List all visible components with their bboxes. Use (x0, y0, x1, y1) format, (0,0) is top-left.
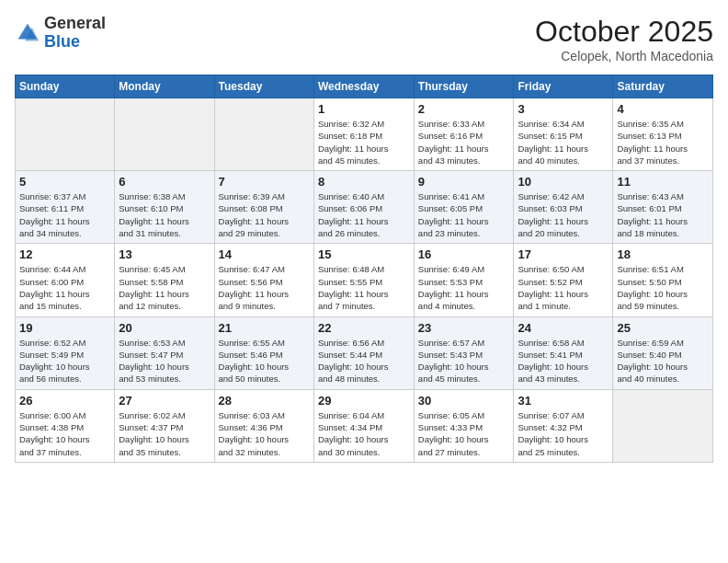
week-row-5: 26Sunrise: 6:00 AM Sunset: 4:38 PM Dayli… (16, 389, 713, 462)
day-info: Sunrise: 6:45 AM Sunset: 5:58 PM Dayligh… (119, 263, 210, 312)
day-number: 20 (119, 321, 210, 335)
calendar-cell: 26Sunrise: 6:00 AM Sunset: 4:38 PM Dayli… (16, 389, 115, 462)
day-number: 19 (19, 321, 110, 335)
calendar-cell: 16Sunrise: 6:49 AM Sunset: 5:53 PM Dayli… (414, 244, 514, 316)
day-info: Sunrise: 6:40 AM Sunset: 6:06 PM Dayligh… (318, 190, 410, 239)
day-info: Sunrise: 6:55 AM Sunset: 5:46 PM Dayligh… (219, 337, 310, 385)
calendar-cell: 11Sunrise: 6:43 AM Sunset: 6:01 PM Dayli… (613, 171, 713, 244)
day-number: 18 (617, 247, 709, 261)
calendar-cell: 29Sunrise: 6:04 AM Sunset: 4:34 PM Dayli… (313, 389, 414, 462)
day-info: Sunrise: 6:48 AM Sunset: 5:55 PM Dayligh… (318, 263, 410, 312)
day-info: Sunrise: 6:00 AM Sunset: 4:38 PM Dayligh… (19, 409, 110, 458)
day-number: 6 (119, 175, 210, 189)
day-number: 11 (617, 175, 709, 189)
day-number: 23 (418, 321, 510, 335)
day-info: Sunrise: 6:34 AM Sunset: 6:15 PM Dayligh… (518, 118, 609, 167)
day-info: Sunrise: 6:56 AM Sunset: 5:44 PM Dayligh… (318, 337, 410, 385)
day-number: 7 (219, 175, 310, 189)
title-block: October 2025 Celopek, North Macedonia (535, 15, 713, 63)
calendar-cell: 28Sunrise: 6:03 AM Sunset: 4:36 PM Dayli… (214, 389, 313, 462)
day-info: Sunrise: 6:05 AM Sunset: 4:33 PM Dayligh… (418, 409, 510, 458)
calendar-cell: 3Sunrise: 6:34 AM Sunset: 6:15 PM Daylig… (514, 98, 613, 171)
day-number: 30 (418, 394, 510, 408)
day-number: 29 (318, 394, 410, 408)
day-info: Sunrise: 6:43 AM Sunset: 6:01 PM Dayligh… (617, 190, 709, 239)
day-number: 8 (318, 175, 410, 189)
day-info: Sunrise: 6:37 AM Sunset: 6:11 PM Dayligh… (19, 190, 110, 239)
day-info: Sunrise: 6:42 AM Sunset: 6:03 PM Dayligh… (518, 190, 609, 239)
logo-blue-text: Blue (44, 32, 80, 51)
week-row-2: 5Sunrise: 6:37 AM Sunset: 6:11 PM Daylig… (16, 171, 713, 244)
calendar-cell: 23Sunrise: 6:57 AM Sunset: 5:43 PM Dayli… (414, 316, 514, 389)
day-number: 28 (219, 394, 310, 408)
calendar-cell: 4Sunrise: 6:35 AM Sunset: 6:13 PM Daylig… (613, 98, 713, 171)
day-info: Sunrise: 6:57 AM Sunset: 5:43 PM Dayligh… (418, 337, 510, 385)
day-info: Sunrise: 6:51 AM Sunset: 5:50 PM Dayligh… (617, 263, 709, 312)
weekday-header-thursday: Thursday (414, 75, 514, 98)
day-info: Sunrise: 6:02 AM Sunset: 4:37 PM Dayligh… (119, 409, 210, 458)
day-number: 16 (418, 247, 510, 261)
day-info: Sunrise: 6:41 AM Sunset: 6:05 PM Dayligh… (418, 190, 510, 239)
day-number: 22 (318, 321, 410, 335)
logo-icon (15, 20, 40, 46)
calendar-cell: 15Sunrise: 6:48 AM Sunset: 5:55 PM Dayli… (313, 244, 414, 316)
weekday-header-row: SundayMondayTuesdayWednesdayThursdayFrid… (16, 75, 713, 98)
calendar-cell: 21Sunrise: 6:55 AM Sunset: 5:46 PM Dayli… (214, 316, 313, 389)
day-number: 2 (418, 102, 510, 116)
logo-general-text: General (44, 14, 106, 32)
day-number: 3 (518, 102, 609, 116)
month-title: October 2025 (535, 15, 713, 49)
day-number: 13 (119, 247, 210, 261)
week-row-4: 19Sunrise: 6:52 AM Sunset: 5:49 PM Dayli… (16, 316, 713, 389)
day-info: Sunrise: 6:52 AM Sunset: 5:49 PM Dayligh… (19, 337, 110, 385)
week-row-3: 12Sunrise: 6:44 AM Sunset: 6:00 PM Dayli… (16, 244, 713, 316)
calendar-table: SundayMondayTuesdayWednesdayThursdayFrid… (15, 75, 713, 463)
day-number: 12 (19, 247, 110, 261)
day-info: Sunrise: 6:47 AM Sunset: 5:56 PM Dayligh… (219, 263, 310, 312)
day-info: Sunrise: 6:03 AM Sunset: 4:36 PM Dayligh… (219, 409, 310, 458)
day-info: Sunrise: 6:32 AM Sunset: 6:18 PM Dayligh… (318, 118, 410, 167)
calendar-cell: 25Sunrise: 6:59 AM Sunset: 5:40 PM Dayli… (613, 316, 713, 389)
day-number: 21 (219, 321, 310, 335)
calendar-cell: 24Sunrise: 6:58 AM Sunset: 5:41 PM Dayli… (514, 316, 613, 389)
day-info: Sunrise: 6:53 AM Sunset: 5:47 PM Dayligh… (119, 337, 210, 385)
day-number: 10 (518, 175, 609, 189)
calendar-cell: 1Sunrise: 6:32 AM Sunset: 6:18 PM Daylig… (313, 98, 414, 171)
day-number: 31 (518, 394, 609, 408)
day-info: Sunrise: 6:59 AM Sunset: 5:40 PM Dayligh… (617, 337, 709, 385)
day-number: 27 (119, 394, 210, 408)
calendar-cell: 8Sunrise: 6:40 AM Sunset: 6:06 PM Daylig… (313, 171, 414, 244)
day-number: 24 (518, 321, 609, 335)
week-row-1: 1Sunrise: 6:32 AM Sunset: 6:18 PM Daylig… (16, 98, 713, 171)
calendar-cell: 2Sunrise: 6:33 AM Sunset: 6:16 PM Daylig… (414, 98, 514, 171)
weekday-header-sunday: Sunday (16, 75, 115, 98)
logo: General Blue (15, 15, 106, 52)
calendar-cell: 13Sunrise: 6:45 AM Sunset: 5:58 PM Dayli… (115, 244, 214, 316)
calendar-cell (613, 389, 713, 462)
day-info: Sunrise: 6:38 AM Sunset: 6:10 PM Dayligh… (119, 190, 210, 239)
calendar-cell (16, 98, 115, 171)
calendar-cell: 10Sunrise: 6:42 AM Sunset: 6:03 PM Dayli… (514, 171, 613, 244)
calendar-cell: 14Sunrise: 6:47 AM Sunset: 5:56 PM Dayli… (214, 244, 313, 316)
calendar-cell: 19Sunrise: 6:52 AM Sunset: 5:49 PM Dayli… (16, 316, 115, 389)
day-number: 5 (19, 175, 110, 189)
calendar-cell (214, 98, 313, 171)
day-info: Sunrise: 6:49 AM Sunset: 5:53 PM Dayligh… (418, 263, 510, 312)
day-info: Sunrise: 6:50 AM Sunset: 5:52 PM Dayligh… (518, 263, 609, 312)
calendar-cell: 5Sunrise: 6:37 AM Sunset: 6:11 PM Daylig… (16, 171, 115, 244)
day-number: 1 (318, 102, 410, 116)
weekday-header-saturday: Saturday (613, 75, 713, 98)
calendar-cell: 20Sunrise: 6:53 AM Sunset: 5:47 PM Dayli… (115, 316, 214, 389)
location-title: Celopek, North Macedonia (535, 49, 713, 63)
day-number: 9 (418, 175, 510, 189)
weekday-header-monday: Monday (115, 75, 214, 98)
day-info: Sunrise: 6:44 AM Sunset: 6:00 PM Dayligh… (19, 263, 110, 312)
calendar-cell: 18Sunrise: 6:51 AM Sunset: 5:50 PM Dayli… (613, 244, 713, 316)
calendar-cell: 6Sunrise: 6:38 AM Sunset: 6:10 PM Daylig… (115, 171, 214, 244)
calendar-cell: 7Sunrise: 6:39 AM Sunset: 6:08 PM Daylig… (214, 171, 313, 244)
calendar-cell: 22Sunrise: 6:56 AM Sunset: 5:44 PM Dayli… (313, 316, 414, 389)
day-info: Sunrise: 6:07 AM Sunset: 4:32 PM Dayligh… (518, 409, 609, 458)
day-number: 4 (617, 102, 709, 116)
day-info: Sunrise: 6:35 AM Sunset: 6:13 PM Dayligh… (617, 118, 709, 167)
day-info: Sunrise: 6:33 AM Sunset: 6:16 PM Dayligh… (418, 118, 510, 167)
